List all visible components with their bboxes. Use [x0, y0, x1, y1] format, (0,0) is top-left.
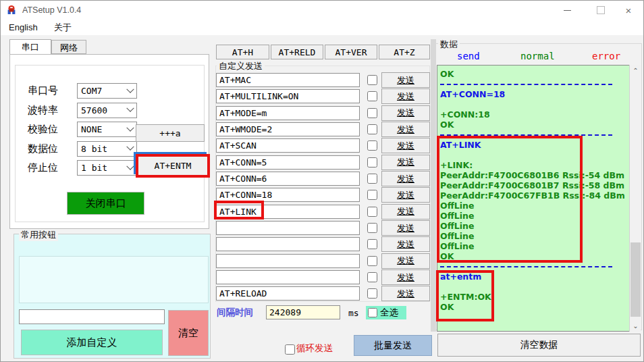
menu-about[interactable]: 关于 [46, 20, 80, 35]
row-checkbox[interactable] [367, 75, 377, 85]
add-custom-button[interactable]: 添加自定义 [21, 330, 163, 355]
row-checkbox[interactable] [367, 223, 377, 233]
send-button[interactable]: 发送 [381, 155, 430, 170]
clear-common-button[interactable]: 清空 [168, 310, 209, 356]
command-input[interactable] [216, 237, 360, 251]
custom-row: 发送 [216, 270, 431, 284]
send-button[interactable]: 发送 [381, 122, 430, 137]
log-scrollbar[interactable]: ⌃ ⌄ [629, 65, 641, 332]
maximize-button[interactable] [586, 1, 616, 20]
menu-bar: English 关于 [1, 20, 643, 35]
minimize-icon [564, 10, 571, 11]
command-input[interactable] [216, 221, 360, 235]
stopbits-value: 1 bit [81, 163, 107, 173]
command-input[interactable] [216, 138, 360, 153]
port-select[interactable]: COM7 [77, 83, 137, 99]
baud-select[interactable]: 57600 [77, 103, 137, 118]
databits-label: 数据位 [28, 143, 68, 155]
entm-button[interactable]: AT+ENTM [136, 154, 210, 178]
at-z-button[interactable]: AT+Z [379, 45, 430, 59]
at-reld-button[interactable]: AT+RELD [271, 45, 323, 59]
scroll-up-icon[interactable]: ⌃ [630, 65, 641, 76]
command-input[interactable] [216, 73, 360, 87]
row-checkbox[interactable] [367, 256, 377, 266]
loop-send-label: 循环发送 [296, 342, 333, 355]
window-title: ATSetup V1.0.4 [22, 1, 81, 20]
log-separator [440, 261, 629, 272]
close-button[interactable]: × [614, 1, 643, 20]
chevron-down-icon [126, 162, 134, 170]
row-checkbox[interactable] [367, 239, 377, 249]
custom-name-input[interactable] [19, 309, 165, 324]
row-checkbox[interactable] [367, 140, 377, 151]
custom-row: 发送 [216, 122, 431, 136]
send-button[interactable]: 发送 [381, 269, 430, 285]
select-all-wrap: 全选 [366, 306, 406, 319]
send-button[interactable]: 发送 [381, 105, 430, 121]
row-checkbox[interactable] [367, 272, 377, 282]
command-input[interactable] [216, 254, 360, 268]
row-checkbox[interactable] [367, 288, 377, 299]
log-line: PeerAddr:F4700C67FB1B Rssi:-84 dBm [440, 190, 629, 201]
log-line: PeerAddr:F4700C6801B6 Rssi:-54 dBm [440, 170, 629, 180]
tab-serial[interactable]: 串口 [9, 39, 51, 54]
row-checkbox[interactable] [367, 190, 377, 200]
row-checkbox[interactable] [367, 108, 377, 118]
send-button[interactable]: 发送 [381, 72, 430, 88]
send-button[interactable]: 发送 [381, 171, 430, 186]
send-button[interactable]: 发送 [381, 253, 430, 269]
row-checkbox[interactable] [367, 157, 377, 167]
stopbits-label: 停止位 [28, 161, 68, 174]
interval-input[interactable] [266, 305, 340, 319]
command-input[interactable] [216, 205, 360, 219]
row-checkbox[interactable] [367, 91, 377, 101]
parity-value: NONE [81, 124, 102, 134]
loop-send-checkbox[interactable] [285, 344, 295, 355]
at-ver-button[interactable]: AT+VER [325, 45, 377, 59]
batch-send-button[interactable]: 批量发送 [354, 335, 432, 356]
log-line: OK [440, 69, 629, 79]
send-button[interactable]: 发送 [381, 88, 430, 104]
log-line: +LINK: [440, 160, 629, 170]
send-button[interactable]: 发送 [381, 236, 430, 252]
command-input[interactable] [216, 155, 360, 170]
row-checkbox[interactable] [367, 207, 377, 217]
select-all-checkbox[interactable] [368, 308, 377, 317]
command-input[interactable] [216, 122, 360, 136]
row-checkbox[interactable] [367, 124, 377, 134]
databits-select[interactable]: 8 bit [77, 141, 137, 157]
command-input[interactable] [216, 270, 360, 284]
send-button[interactable]: 发送 [381, 286, 430, 301]
data-log[interactable]: OK AT+CONN=18 +CONN:18 OK AT+LINK +LINK:… [437, 65, 629, 332]
log-line: AT+CONN=18 [440, 89, 629, 99]
send-button[interactable]: 发送 [381, 204, 430, 219]
tab-network[interactable]: 网络 [51, 40, 86, 54]
plus-a-button[interactable]: +++a [136, 124, 205, 142]
command-input[interactable] [216, 286, 360, 301]
title-bar: ATSetup V1.0.4 × [1, 1, 643, 20]
minimize-button[interactable] [552, 1, 582, 20]
parity-select[interactable]: NONE [77, 122, 137, 137]
scroll-down-icon[interactable]: ⌄ [630, 320, 641, 332]
custom-row: 发送 [216, 286, 431, 301]
log-line: +ENTM:OK [440, 292, 629, 302]
chevron-down-icon [126, 143, 134, 151]
at-h-button[interactable]: AT+H [216, 45, 269, 59]
entm-button-annotated[interactable]: AT+ENTM [134, 152, 207, 174]
stopbits-select[interactable]: 1 bit [77, 160, 137, 176]
log-blank [440, 99, 629, 109]
close-serial-button[interactable]: 关闭串口 [67, 192, 144, 215]
log-line: OffLine [440, 211, 629, 221]
menu-english[interactable]: English [1, 20, 46, 35]
command-input[interactable] [216, 188, 360, 202]
command-input[interactable] [216, 106, 360, 120]
command-input[interactable] [216, 172, 360, 186]
command-input[interactable] [216, 89, 360, 103]
send-button[interactable]: 发送 [381, 138, 430, 153]
scroll-thumb[interactable] [630, 242, 641, 317]
clear-data-button[interactable]: 清空数据 [437, 334, 641, 357]
send-button[interactable]: 发送 [381, 187, 430, 203]
row-checkbox[interactable] [367, 174, 377, 184]
port-label: 串口号 [28, 84, 68, 97]
send-button[interactable]: 发送 [381, 220, 430, 236]
